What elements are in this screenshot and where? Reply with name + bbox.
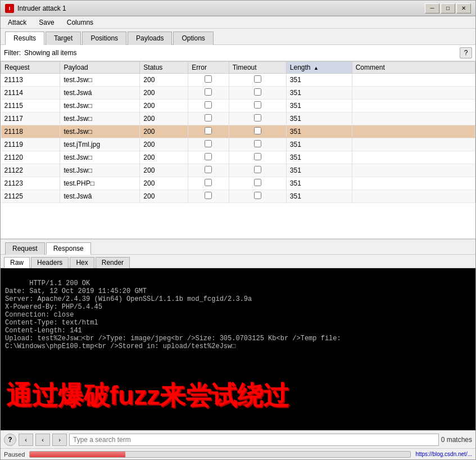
col-header-timeout[interactable]: Timeout xyxy=(229,62,286,74)
cell-comment xyxy=(352,100,475,112)
cell-length: 351 xyxy=(286,74,352,87)
filter-input[interactable] xyxy=(24,49,456,57)
response-section: Request Response Raw Headers Hex Render … xyxy=(1,239,475,430)
table-row[interactable]: 21122test.Jsw□200351 xyxy=(1,164,475,177)
menu-save[interactable]: Save xyxy=(34,17,59,28)
matches-label: 0 matches xyxy=(441,436,472,444)
cell-request: 21113 xyxy=(1,74,60,87)
col-header-comment[interactable]: Comment xyxy=(352,62,475,74)
cell-timeout xyxy=(229,151,286,164)
cell-status: 200 xyxy=(140,164,188,177)
tab-target[interactable]: Target xyxy=(46,31,81,45)
cell-request: 21115 xyxy=(1,100,60,112)
cell-comment xyxy=(352,138,475,151)
cell-payload: test.PHP□ xyxy=(60,177,140,190)
title-bar: I Intruder attack 1 ─ □ ✕ xyxy=(1,1,475,16)
cell-status: 200 xyxy=(140,112,188,125)
nav-prev-prev-button[interactable]: ‹ xyxy=(19,434,33,446)
cell-request: 21114 xyxy=(1,87,60,100)
cell-request: 21120 xyxy=(1,151,60,164)
col-header-error[interactable]: Error xyxy=(188,62,229,74)
col-header-request[interactable]: Request xyxy=(1,62,60,74)
cell-request: 21122 xyxy=(1,164,60,177)
cell-status: 200 xyxy=(140,138,188,151)
minimize-button[interactable]: ─ xyxy=(425,3,439,13)
sub-tab-headers[interactable]: Headers xyxy=(31,257,69,268)
table-row[interactable]: 21114test.Jswá200351 xyxy=(1,87,475,100)
col-header-payload[interactable]: Payload xyxy=(60,62,140,74)
cell-length: 351 xyxy=(286,125,352,138)
cell-status: 200 xyxy=(140,125,188,138)
tab-request[interactable]: Request xyxy=(5,242,45,255)
cell-timeout xyxy=(229,87,286,100)
filter-help-button[interactable]: ? xyxy=(460,47,472,58)
maximize-button[interactable]: □ xyxy=(441,3,455,13)
main-tab-bar: Results Target Positions Payloads Option… xyxy=(1,29,475,45)
menu-attack[interactable]: Attack xyxy=(3,17,31,28)
url-label: https://blog.csdn.net/... xyxy=(415,451,472,457)
cell-error xyxy=(188,100,229,112)
menu-columns[interactable]: Columns xyxy=(62,17,98,28)
nav-prev-button[interactable]: ‹ xyxy=(35,434,50,446)
cell-length: 351 xyxy=(286,112,352,125)
cell-comment xyxy=(352,177,475,190)
nav-next-button[interactable]: › xyxy=(52,434,67,446)
cell-timeout xyxy=(229,112,286,125)
cell-comment xyxy=(352,87,475,100)
cell-status: 200 xyxy=(140,87,188,100)
table-row[interactable]: 21113test.Jsw□200351 xyxy=(1,74,475,87)
cell-comment xyxy=(352,112,475,125)
cell-error xyxy=(188,190,229,203)
sub-tab-raw[interactable]: Raw xyxy=(4,257,30,268)
cell-length: 351 xyxy=(286,190,352,203)
cell-payload: test.Jswá xyxy=(60,87,140,100)
bottom-status-bar: Paused https://blog.csdn.net/... xyxy=(1,448,475,459)
progress-bar xyxy=(29,451,411,458)
table-row[interactable]: 21119test.jTml.jpg200351 xyxy=(1,138,475,151)
table-row[interactable]: 21117test.Jsw□200351 xyxy=(1,112,475,125)
sort-arrow-icon: ▲ xyxy=(314,65,319,71)
tab-response[interactable]: Response xyxy=(46,242,91,255)
table-row[interactable]: 21123test.PHP□200351 xyxy=(1,177,475,190)
window-title: Intruder attack 1 xyxy=(17,4,66,12)
col-header-status[interactable]: Status xyxy=(140,62,188,74)
table-row[interactable]: 21120test.Jsw□200351 xyxy=(1,151,475,164)
cell-timeout xyxy=(229,125,286,138)
cell-status: 200 xyxy=(140,151,188,164)
status-bar: ? ‹ ‹ › 0 matches xyxy=(1,430,475,448)
title-bar-left: I Intruder attack 1 xyxy=(5,4,66,13)
cell-status: 200 xyxy=(140,177,188,190)
table-row[interactable]: 21118test.Jsw□200351 xyxy=(1,125,475,138)
sub-tab-bar: Raw Headers Hex Render xyxy=(1,255,475,268)
app-icon: I xyxy=(5,4,14,13)
tab-options[interactable]: Options xyxy=(173,31,213,45)
cell-error xyxy=(188,125,229,138)
cell-length: 351 xyxy=(286,177,352,190)
cell-payload: test.Jsw□ xyxy=(60,100,140,112)
tab-payloads[interactable]: Payloads xyxy=(128,31,172,45)
table-row[interactable]: 21125test.Jswâ200351 xyxy=(1,190,475,203)
cell-payload: test.Jsw□ xyxy=(60,112,140,125)
cell-comment xyxy=(352,190,475,203)
cell-error xyxy=(188,112,229,125)
cell-comment xyxy=(352,74,475,87)
cell-status: 200 xyxy=(140,100,188,112)
sub-tab-hex[interactable]: Hex xyxy=(70,257,94,268)
tab-results[interactable]: Results xyxy=(5,31,44,45)
cell-request: 21117 xyxy=(1,112,60,125)
cell-comment xyxy=(352,151,475,164)
close-button[interactable]: ✕ xyxy=(456,3,471,13)
table-row[interactable]: 21115test.Jsw□200351 xyxy=(1,100,475,112)
cell-timeout xyxy=(229,190,286,203)
col-header-length[interactable]: Length ▲ xyxy=(286,62,352,74)
cell-payload: test.Jsw□ xyxy=(60,125,140,138)
search-input[interactable] xyxy=(69,434,439,446)
cell-comment xyxy=(352,125,475,138)
tab-positions[interactable]: Positions xyxy=(82,31,126,45)
sub-tab-render[interactable]: Render xyxy=(96,257,130,268)
cell-timeout xyxy=(229,138,286,151)
cell-timeout xyxy=(229,74,286,87)
status-help-button[interactable]: ? xyxy=(4,434,16,446)
cell-status: 200 xyxy=(140,190,188,203)
overlay-chinese-text: 通过爆破fuzz来尝试绕过 xyxy=(6,378,470,413)
